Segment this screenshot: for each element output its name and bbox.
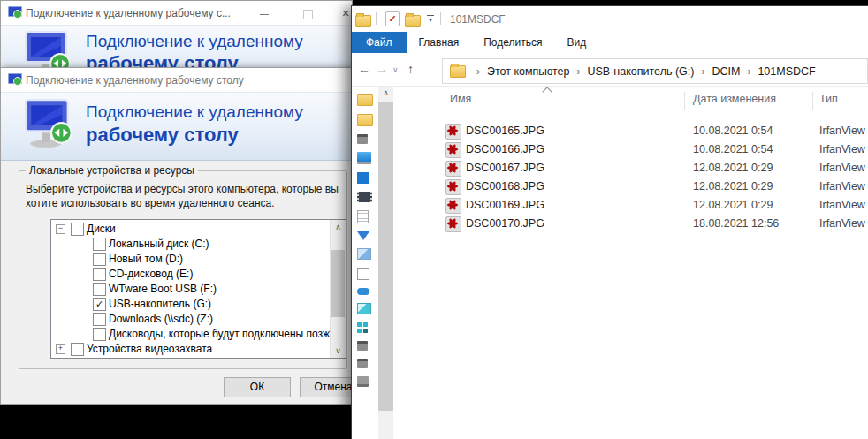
checkbox[interactable]: [93, 253, 106, 266]
close-icon[interactable]: ✕: [332, 6, 353, 20]
navigation-pane[interactable]: ∧: [352, 87, 395, 439]
tree-item-drive-f[interactable]: WTware Boot USB (F:): [51, 282, 346, 297]
checkbox[interactable]: [93, 328, 106, 341]
cancel-button[interactable]: Отмена: [300, 377, 353, 397]
tree-item-drive-z[interactable]: Downloads (\\sdc) (Z:): [51, 312, 346, 327]
file-row[interactable]: DSC00168.JPG 12.08.2021 0:29 IrfanView J…: [395, 178, 868, 196]
scroll-up-icon[interactable]: ∧: [331, 220, 346, 234]
address-toolbar: ← → ∨ ↑ › Этот компьютер › USB-накопител…: [352, 53, 868, 87]
checkbox[interactable]: [71, 343, 84, 356]
nav-folder-icon[interactable]: [357, 94, 373, 106]
file-row[interactable]: DSC00167.JPG 12.08.2021 0:29 IrfanView J…: [395, 159, 868, 178]
explorer-window: ✓ ▾ 101MSDCF Файл Главная Поделиться Вид…: [352, 6, 868, 439]
tree-item-drive-g[interactable]: ✓ USB-накопитель (G:): [51, 297, 346, 312]
file-row[interactable]: DSC00166.JPG 10.08.2021 0:54 IrfanView J…: [395, 140, 868, 159]
up-icon[interactable]: ↑: [407, 62, 414, 76]
back-icon[interactable]: ←: [358, 62, 370, 76]
qa-properties-icon[interactable]: ✓: [385, 11, 400, 26]
separator: [440, 12, 441, 25]
nav-device-icon[interactable]: [357, 359, 368, 368]
nav-videos-icon[interactable]: [357, 192, 372, 202]
scroll-down-icon[interactable]: ∨: [331, 344, 346, 358]
rdp-logo-icon: [24, 97, 79, 150]
nav-onedrive-icon[interactable]: [357, 288, 369, 295]
file-row[interactable]: DSC00170.JPG 18.08.2021 12:56 IrfanView …: [395, 215, 868, 233]
window-folder-icon: [355, 15, 371, 27]
checkbox[interactable]: [93, 313, 106, 326]
expand-icon[interactable]: +: [56, 344, 65, 354]
tree-item-disks[interactable]: − Диски: [51, 222, 346, 237]
breadcrumb-chevron: ›: [471, 65, 485, 78]
tab-view[interactable]: Вид: [554, 32, 598, 53]
tree-item-drive-e[interactable]: CD-дисковод (E:): [51, 267, 346, 282]
rdp-icon: [8, 73, 22, 86]
checkbox[interactable]: [93, 238, 106, 251]
breadcrumb-101msdcf[interactable]: 101MSDCF: [756, 65, 817, 78]
breadcrumb-dcim[interactable]: DCIM: [710, 65, 742, 78]
column-header-name[interactable]: Имя: [450, 93, 471, 105]
nav-device-icon[interactable]: [357, 341, 368, 351]
checkbox[interactable]: [71, 223, 84, 236]
scroll-up-icon[interactable]: ∧: [378, 88, 393, 97]
tab-home[interactable]: Главная: [407, 32, 472, 53]
tree-item-drive-c[interactable]: Локальный диск (C:): [51, 237, 346, 252]
irfanview-jpg-icon: [445, 161, 461, 177]
explorer-titlebar[interactable]: ✓ ▾ 101MSDCF: [352, 6, 868, 32]
banner-title-line1: Подключение к удаленному: [86, 32, 303, 51]
dialog-title: Подключение к удаленному рабочему столу: [26, 74, 244, 87]
ok-button[interactable]: ОК: [224, 377, 291, 397]
maximize-button[interactable]: [294, 6, 321, 20]
minimize-button[interactable]: [251, 6, 278, 20]
description-line2: хотите использовать во время удаленного …: [26, 197, 275, 209]
nav-network-icon[interactable]: [357, 376, 369, 387]
nav-desktop-icon[interactable]: [357, 172, 369, 184]
nav-media-icon[interactable]: [357, 303, 371, 314]
collapse-icon[interactable]: −: [56, 224, 65, 234]
checkbox[interactable]: [93, 268, 106, 281]
tab-file[interactable]: Файл: [352, 32, 407, 53]
history-dropdown-icon[interactable]: ∨: [392, 65, 399, 74]
scrollbar-thumb[interactable]: [331, 250, 345, 317]
file-row[interactable]: DSC00165.JPG 10.08.2021 0:54 IrfanView J…: [395, 122, 868, 140]
breadcrumb-chevron: ›: [571, 65, 585, 78]
nav-folder-icon[interactable]: [357, 114, 373, 126]
nav-apps-icon[interactable]: [357, 322, 362, 327]
irfanview-jpg-icon: [445, 124, 461, 140]
nav-documents-icon[interactable]: [357, 210, 369, 223]
qa-customize-dropdown-icon[interactable]: ▾: [425, 15, 436, 24]
desktop-screen: Подключение к удаленному рабочему с... ✕…: [0, 0, 868, 439]
qa-new-folder-icon[interactable]: [405, 15, 421, 27]
dialog-titlebar[interactable]: Подключение к удаленному рабочему с... ✕: [1, 1, 352, 25]
tree-item-video-capture[interactable]: + Устройства видеозахвата: [51, 342, 346, 357]
banner-title-line1: Подключение к удаленному: [86, 102, 303, 122]
checkbox[interactable]: [93, 283, 106, 296]
checkbox-checked[interactable]: ✓: [93, 298, 106, 311]
forward-icon[interactable]: →: [376, 62, 388, 76]
nav-pictures-icon[interactable]: [357, 248, 371, 260]
scrollbar-thumb[interactable]: [378, 102, 393, 411]
rdp-banner: Подключение к удаленному рабочему столу: [1, 92, 352, 161]
column-header-type[interactable]: Тип: [819, 93, 838, 105]
tree-item-drive-d[interactable]: Новый том (D:): [51, 252, 346, 267]
address-bar[interactable]: › Этот компьютер › USB-накопитель (G:) ›…: [442, 58, 868, 84]
column-header-modified[interactable]: Дата изменения: [693, 93, 776, 105]
sort-ascending-icon: [542, 87, 552, 96]
irfanview-jpg-icon: [445, 216, 461, 232]
nav-device-icon[interactable]: [357, 134, 368, 144]
column-separator[interactable]: [684, 92, 685, 110]
nav-this-pc-icon[interactable]: [357, 152, 371, 164]
file-row[interactable]: DSC00169.JPG 12.08.2021 0:29 IrfanView J…: [395, 196, 868, 215]
tree-scrollbar[interactable]: ∧ ∨: [330, 220, 346, 358]
tree-item-future-drives[interactable]: Дисководы, которые будут подключены позж…: [51, 327, 346, 342]
breadcrumb-this-pc[interactable]: Этот компьютер: [485, 65, 571, 78]
address-folder-icon: [450, 65, 466, 78]
breadcrumb-usb-drive[interactable]: USB-накопитель (G:): [585, 65, 696, 78]
navigation-icons: [357, 94, 373, 387]
navpane-scrollbar[interactable]: ∧: [378, 87, 393, 439]
irfanview-jpg-icon: [445, 179, 461, 195]
nav-item-icon[interactable]: [357, 268, 369, 280]
tab-share[interactable]: Поделиться: [471, 32, 554, 53]
dialog-titlebar[interactable]: Подключение к удаленному рабочему столу: [1, 68, 352, 92]
nav-downloads-icon[interactable]: [357, 231, 369, 240]
column-separator[interactable]: [812, 92, 813, 110]
